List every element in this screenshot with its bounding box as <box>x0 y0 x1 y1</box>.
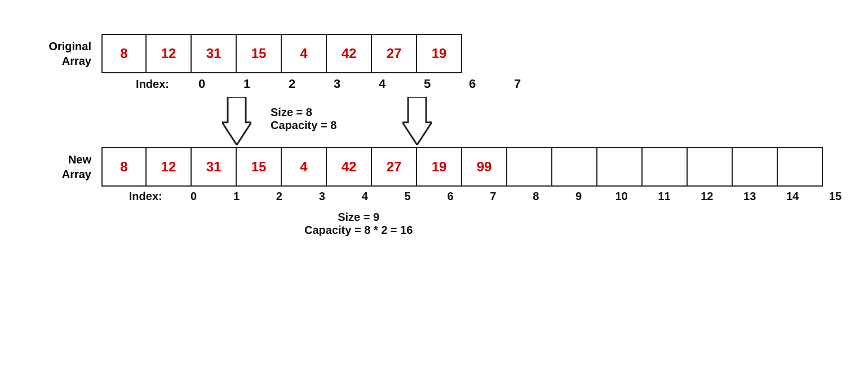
new-idx-15: 15 <box>814 190 857 203</box>
index-label-orig: Index: <box>112 78 179 91</box>
new-idx-0: 0 <box>172 190 215 203</box>
arrow-section: Size = 8 Capacity = 8 <box>34 97 857 145</box>
new-idx-10: 10 <box>600 190 643 203</box>
orig-cell-6: 27 <box>372 34 417 73</box>
orig-cell-1: 12 <box>147 34 192 73</box>
new-cell-15 <box>778 147 823 187</box>
idx-0: 0 <box>179 77 224 91</box>
capacity-label: Capacity = 8 <box>271 119 349 132</box>
idx-4: 4 <box>360 77 405 91</box>
new-idx-6: 6 <box>429 190 472 203</box>
new-cell-5: 42 <box>327 147 372 187</box>
new-cell-9 <box>507 147 552 187</box>
idx-6: 6 <box>450 77 495 91</box>
arrow-down-1-container <box>214 97 259 145</box>
new-idx-9: 9 <box>557 190 600 203</box>
new-cell-6: 27 <box>372 147 417 187</box>
new-array-label: NewArray <box>34 152 101 182</box>
new-cell-13 <box>688 147 733 187</box>
orig-cell-2: 31 <box>192 34 237 73</box>
new-idx-14: 14 <box>771 190 814 203</box>
svg-marker-1 <box>402 97 432 145</box>
new-idx-4: 4 <box>343 190 386 203</box>
diagram: OriginalArray 8 12 31 15 4 42 27 19 Inde… <box>34 34 857 237</box>
original-index-row: Index: 0 1 2 3 4 5 6 7 <box>34 77 857 91</box>
new-array-row: NewArray 8 12 31 15 4 42 27 19 99 <box>34 147 857 187</box>
arrow-down-5 <box>402 97 432 145</box>
bottom-info: Size = 9 Capacity = 8 * 2 = 16 <box>304 211 413 237</box>
new-cell-7: 19 <box>417 147 462 187</box>
orig-cell-3: 15 <box>237 34 282 73</box>
new-cell-4: 4 <box>282 147 327 187</box>
new-idx-8: 8 <box>515 190 557 203</box>
new-cell-0: 8 <box>101 147 147 187</box>
new-idx-13: 13 <box>728 190 771 203</box>
new-idx-7: 7 <box>472 190 515 203</box>
new-idx-5: 5 <box>386 190 429 203</box>
new-cell-12 <box>643 147 688 187</box>
new-cell-10 <box>552 147 597 187</box>
new-cell-3: 15 <box>237 147 282 187</box>
new-cell-2: 31 <box>192 147 237 187</box>
idx-3: 3 <box>315 77 360 91</box>
new-idx-2: 2 <box>258 190 300 203</box>
index-label-new: Index: <box>108 190 172 203</box>
original-array-label: OriginalArray <box>34 39 101 68</box>
idx-2: 2 <box>269 77 315 91</box>
new-idx-3: 3 <box>300 190 343 203</box>
new-cell-8: 99 <box>462 147 507 187</box>
new-idx-1: 1 <box>215 190 258 203</box>
original-array-cells: 8 12 31 15 4 42 27 19 <box>101 34 462 73</box>
bottom-size: Size = 9 <box>338 211 379 224</box>
idx-1: 1 <box>224 77 269 91</box>
size-capacity-info: Size = 8 Capacity = 8 <box>259 97 349 132</box>
new-idx-11: 11 <box>643 190 685 203</box>
new-array-cells: 8 12 31 15 4 42 27 19 99 <box>101 147 823 187</box>
new-index-row: Index: 0 1 2 3 4 5 6 7 8 9 10 11 12 13 1… <box>34 190 857 203</box>
new-cell-14 <box>733 147 778 187</box>
orig-cell-4: 4 <box>282 34 327 73</box>
original-array-row: OriginalArray 8 12 31 15 4 42 27 19 <box>34 34 857 73</box>
idx-5: 5 <box>405 77 450 91</box>
idx-7: 7 <box>495 77 540 91</box>
arrow-down-1 <box>222 97 251 145</box>
bottom-info-row: Size = 9 Capacity = 8 * 2 = 16 <box>34 211 857 237</box>
svg-marker-0 <box>222 97 251 145</box>
new-idx-12: 12 <box>685 190 728 203</box>
orig-cell-0: 8 <box>101 34 147 73</box>
orig-cell-7: 19 <box>417 34 462 73</box>
new-cell-11 <box>597 147 643 187</box>
orig-cell-5: 42 <box>327 34 372 73</box>
new-cell-1: 12 <box>147 147 192 187</box>
bottom-capacity: Capacity = 8 * 2 = 16 <box>304 224 413 237</box>
size-label: Size = 8 <box>271 106 349 119</box>
arrow-down-5-container <box>395 97 440 145</box>
